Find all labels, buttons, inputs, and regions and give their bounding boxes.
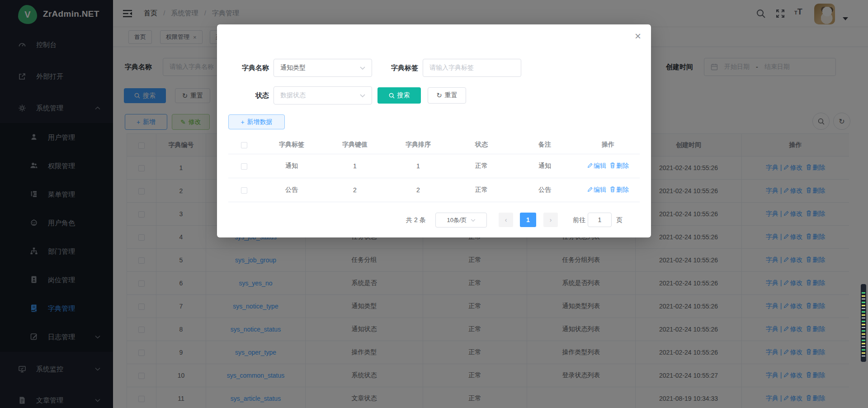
modal-dict-name-label: 字典名称	[228, 59, 269, 77]
close-icon[interactable]: ×	[635, 30, 641, 43]
col-status: 状态	[450, 136, 513, 154]
edit-icon	[587, 187, 593, 192]
dict-data-dialog: × 字典名称 通知类型 字典标签 请输入字典标签 状态 数据状态 搜索 ↻ 重置…	[217, 24, 651, 237]
modal-table-header-row: 字典标签 字典键值 字典排序 状态 备注 操作	[228, 136, 640, 154]
chevron-down-icon	[360, 66, 365, 70]
prev-page-button[interactable]: ‹	[499, 213, 513, 227]
chevron-down-icon	[471, 219, 476, 222]
edit-icon	[587, 163, 593, 168]
col-ops: 操作	[576, 136, 640, 154]
modal-reset-button[interactable]: ↻ 重置	[428, 87, 466, 104]
edit-link[interactable]: 编辑	[587, 162, 606, 169]
delete-icon	[610, 186, 615, 192]
modal-add-data-button[interactable]: +新增数据	[228, 114, 285, 129]
delete-icon	[610, 162, 615, 168]
modal-table-row: 通知 1 1 正常 通知 编辑 删除	[228, 154, 640, 178]
chevron-down-icon	[360, 94, 365, 97]
edit-link[interactable]: 编辑	[587, 186, 606, 193]
dict-data-table: 字典标签 字典键值 字典排序 状态 备注 操作 通知 1 1 正常 通知 编辑 …	[228, 136, 640, 202]
col-dict-sort: 字典排序	[387, 136, 450, 154]
modal-dict-label-label: 字典标签	[377, 59, 418, 77]
delete-link[interactable]: 删除	[610, 186, 629, 193]
col-remark: 备注	[513, 136, 576, 154]
modal-status-select[interactable]: 数据状态	[274, 86, 372, 104]
row-checkbox[interactable]	[241, 163, 247, 170]
row-checkbox[interactable]	[241, 187, 247, 194]
total-count: 共 2 条	[406, 216, 426, 224]
col-dict-value: 字典键值	[323, 136, 387, 154]
modal-dict-label-input[interactable]: 请输入字典标签	[423, 59, 521, 77]
goto-page-input[interactable]: 1	[588, 213, 612, 227]
select-all-checkbox[interactable]	[241, 142, 247, 148]
next-page-button[interactable]: ›	[543, 213, 558, 227]
page-size-select[interactable]: 10条/页	[435, 213, 487, 228]
search-icon	[389, 93, 395, 99]
page-number-1[interactable]: 1	[520, 213, 536, 227]
delete-link[interactable]: 删除	[610, 162, 629, 169]
plus-icon: +	[241, 119, 244, 126]
modal-table-row: 公告 2 2 正常 公告 编辑 删除	[228, 178, 640, 202]
refresh-icon: ↻	[436, 91, 442, 100]
col-dict-label: 字典标签	[260, 136, 323, 154]
modal-search-button[interactable]: 搜索	[377, 87, 421, 104]
modal-dict-name-select[interactable]: 通知类型	[274, 59, 372, 77]
page-scrollbar[interactable]	[861, 284, 866, 362]
modal-status-label: 状态	[228, 86, 269, 104]
